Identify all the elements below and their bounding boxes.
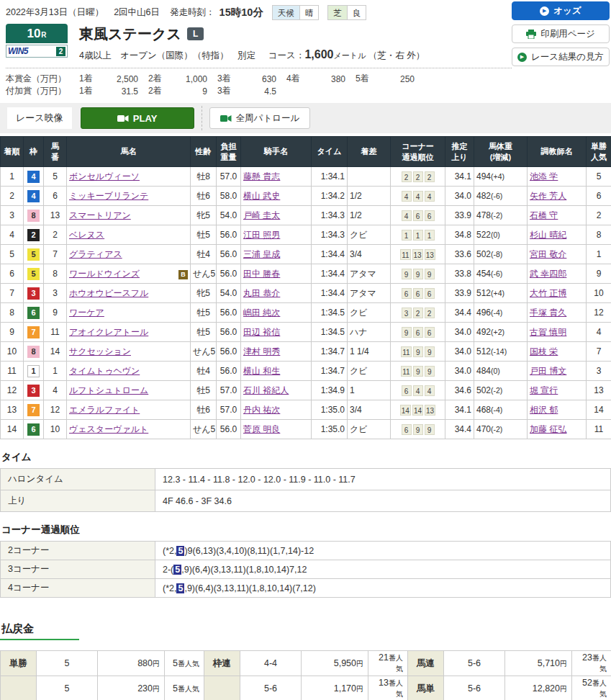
waku-badge: 1: [27, 365, 40, 377]
print-page-button[interactable]: 印刷用ページ: [512, 24, 610, 43]
margin-cell: アタマ: [348, 264, 391, 284]
trainer-cell: 手塚 貴久: [528, 303, 587, 323]
sex-age-cell: 牡5: [191, 303, 217, 323]
corner-positions-cell: 1199: [391, 342, 445, 362]
jockey-link[interactable]: 横山 武史: [243, 191, 280, 201]
corner-position-box: 4: [402, 191, 412, 202]
trainer-link[interactable]: 石橋 守: [530, 210, 558, 220]
horse-name-link[interactable]: ヴェスターヴァルト: [69, 424, 148, 434]
horse-name-link[interactable]: ルフトシュトローム: [69, 385, 148, 395]
waku-badge: 7: [27, 404, 40, 416]
margin-cell: アタマ: [348, 284, 391, 303]
play-button[interactable]: PLAY: [81, 107, 194, 129]
horse-name-link[interactable]: グラティアス: [69, 249, 122, 259]
jockey-link[interactable]: 丹内 祐次: [243, 405, 280, 415]
corner-positions-cell: 444: [391, 187, 445, 206]
trainer-link[interactable]: 堀 宣行: [530, 385, 558, 395]
corner-positions-cell: 466: [391, 206, 445, 225]
horse-name-link[interactable]: アオイクレアトール: [69, 327, 148, 337]
col-header: 馬名: [67, 137, 191, 167]
corner-position-box: 6: [402, 288, 412, 299]
weight-cell: 54.0: [217, 206, 241, 225]
turf-condition-box: 芝 良: [327, 5, 366, 20]
horse-name-link[interactable]: ミッキーブリランテ: [69, 191, 148, 201]
jockey-link[interactable]: 田辺 裕信: [243, 327, 280, 337]
win5-logo: WIN5 2: [6, 45, 68, 58]
waku-cell: 3: [24, 284, 44, 303]
print-button-label: 印刷用ページ: [540, 28, 595, 40]
result-guide-button[interactable]: ▶ レース結果の見方: [512, 48, 610, 66]
corner-position-box: 9: [413, 424, 423, 435]
trainer-link[interactable]: 宮田 敬介: [530, 249, 566, 259]
table-row: 3813スマートリアン牝554.0戸崎 圭太1:34.31/246633.947…: [1, 206, 611, 225]
horse-number-cell: 12: [44, 400, 67, 420]
jockey-link[interactable]: 江田 照男: [243, 230, 280, 240]
last3f-cell: 34.4: [445, 303, 474, 323]
jockey-link[interactable]: 三浦 皇成: [243, 249, 280, 259]
horse-name-link[interactable]: タイムトゥヘヴン: [69, 366, 140, 376]
time-row-value: 12.3 - 11.4 - 11.8 - 12.0 - 12.0 - 11.9 …: [155, 469, 611, 490]
payout-section-title: 払戻金: [1, 622, 34, 636]
jockey-cell: 田辺 裕信: [241, 323, 312, 342]
trainer-link[interactable]: 戸田 博文: [530, 366, 566, 376]
jockey-link[interactable]: 藤懸 貴志: [243, 171, 280, 181]
last3f-cell: 34.1: [445, 400, 474, 420]
body-weight: 494: [476, 171, 491, 181]
jockey-link[interactable]: 津村 明秀: [243, 346, 280, 356]
page-title: 東風ステークス: [79, 24, 181, 44]
trainer-link[interactable]: 矢作 芳人: [530, 191, 566, 201]
trainer-link[interactable]: 大竹 正博: [530, 288, 566, 298]
popularity-cell: 8: [587, 225, 611, 245]
col-header: 馬体重 (増減): [474, 137, 528, 167]
trainer-link[interactable]: 杉山 晴紀: [530, 230, 566, 240]
trainer-link[interactable]: 池添 学: [530, 171, 558, 181]
finish-position-cell: 14: [1, 420, 24, 439]
corner-positions-cell: 999: [391, 264, 445, 284]
corner-position-box: 9: [425, 346, 435, 357]
jockey-link[interactable]: 横山 和生: [243, 366, 280, 376]
trainer-link[interactable]: 相沢 郁: [530, 405, 558, 415]
jockey-link[interactable]: 田中 勝春: [243, 269, 280, 279]
table-row: 4コーナー(*2,5,9)(6,4)(3,13,11)(1,8,10,14)(7…: [1, 579, 611, 598]
time-cell: 1:35.0: [312, 400, 348, 420]
popularity-cell: 11: [587, 420, 611, 439]
body-weight: 502: [476, 385, 491, 395]
horse-name-link[interactable]: スマートリアン: [69, 210, 131, 220]
trainer-link[interactable]: 国枝 栄: [530, 346, 558, 356]
trainer-link[interactable]: 武 幸四郎: [530, 269, 566, 279]
table-row: 2コーナー(*2,5)9(6,13)(3,4,10)(8,11)(1,7,14)…: [1, 542, 611, 560]
jockey-link[interactable]: 菅原 明良: [243, 424, 280, 434]
horse-name-link[interactable]: ボンセルヴィーソ: [69, 171, 140, 181]
horse-name-cell: ベレヌス: [67, 225, 191, 245]
weight-cell: 56.0: [217, 323, 241, 342]
horse-name-link[interactable]: ワールドウインズ: [69, 269, 140, 279]
trainer-link[interactable]: 加藤 征弘: [530, 424, 566, 434]
finish-position-cell: 4: [1, 225, 24, 245]
results-header-row: 着順枠馬 番馬名性齢負担 重量騎手名タイム着差コーナー 通過順位推定 上り馬体重…: [1, 137, 611, 167]
jockey-link[interactable]: 戸崎 圭太: [243, 210, 280, 220]
last3f-cell: 34.8: [445, 225, 474, 245]
horse-name-link[interactable]: エメラルファイト: [69, 405, 140, 415]
horse-name-link[interactable]: ワーケア: [69, 308, 104, 318]
waku-cell: 5: [24, 264, 44, 284]
jockey-link[interactable]: 嶋田 純次: [243, 308, 280, 318]
horse-name-link[interactable]: ホウオウピースフル: [69, 288, 148, 298]
prize-amount: 630: [242, 74, 276, 84]
trainer-link[interactable]: 手塚 貴久: [530, 308, 566, 318]
horse-name-link[interactable]: サクセッション: [69, 346, 131, 356]
jockey-link[interactable]: 石川 裕紀人: [243, 385, 289, 395]
corner-row-value: (*2,5,9)(6,4)(3,13,11)(1,8,10,14)(7,12): [155, 579, 611, 598]
jockey-link[interactable]: 丸田 恭介: [243, 288, 280, 298]
horse-name-cell: グラティアス: [67, 245, 191, 264]
time-cell: 1:34.1: [312, 167, 348, 187]
horse-number-cell: 2: [44, 225, 67, 245]
horse-name-link[interactable]: ベレヌス: [69, 230, 104, 240]
popularity-cell: 6: [587, 187, 611, 206]
printer-icon: [526, 30, 536, 39]
trainer-cell: 池添 学: [528, 167, 587, 187]
yen-suffix: 円: [153, 685, 160, 693]
corner-row-label: 2コーナー: [1, 542, 155, 560]
patrol-video-button[interactable]: 全周パトロール: [209, 107, 311, 129]
trainer-link[interactable]: 古賀 慎明: [530, 327, 566, 337]
odds-button[interactable]: ▶ オッズ: [512, 1, 610, 20]
